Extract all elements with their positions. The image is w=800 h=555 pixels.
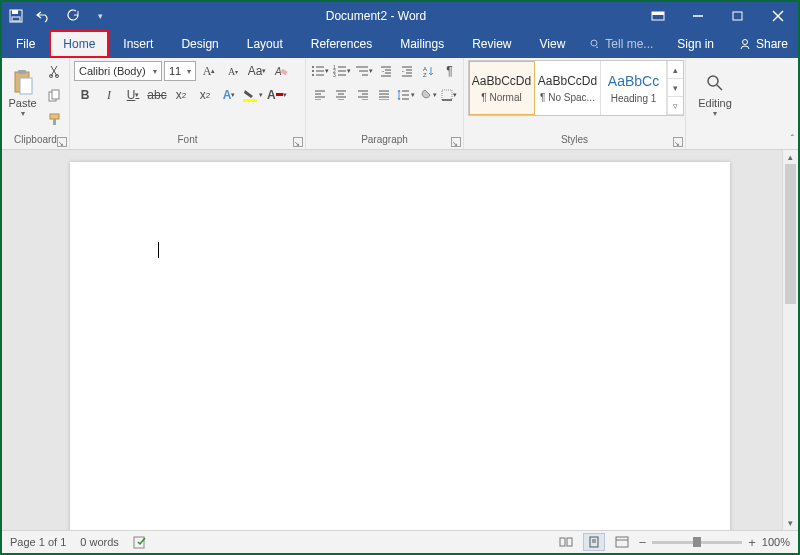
- format-painter-icon[interactable]: [43, 108, 65, 130]
- tab-design[interactable]: Design: [167, 30, 232, 58]
- sort-icon[interactable]: AZ: [419, 60, 438, 82]
- multilevel-list-icon[interactable]: ▾: [354, 60, 374, 82]
- align-left-icon[interactable]: [310, 84, 329, 106]
- zoom-out-icon[interactable]: −: [639, 535, 647, 550]
- align-center-icon[interactable]: [331, 84, 350, 106]
- underline-icon[interactable]: U ▾: [122, 84, 144, 106]
- increase-indent-icon[interactable]: [397, 60, 416, 82]
- svg-rect-12: [18, 70, 26, 74]
- group-clipboard: Paste ▾ Clipboard: [2, 58, 70, 149]
- share-icon: [738, 37, 752, 51]
- tab-insert[interactable]: Insert: [109, 30, 167, 58]
- styles-more-icon[interactable]: ▿: [668, 97, 683, 115]
- clipboard-launcher[interactable]: [57, 137, 67, 147]
- superscript-icon[interactable]: x2: [194, 84, 216, 106]
- style-heading1[interactable]: AaBbCc Heading 1: [601, 61, 667, 115]
- vertical-scrollbar[interactable]: ▴ ▾: [782, 150, 798, 530]
- change-case-icon[interactable]: Aa▾: [246, 60, 268, 82]
- maximize-button[interactable]: [718, 2, 758, 30]
- qat-customize-icon[interactable]: ▾: [86, 2, 114, 30]
- undo-icon[interactable]: [30, 2, 58, 30]
- minimize-button[interactable]: [678, 2, 718, 30]
- font-size-select[interactable]: 11▾: [164, 61, 196, 81]
- tab-view[interactable]: View: [526, 30, 580, 58]
- style-normal[interactable]: AaBbCcDd ¶ Normal: [469, 61, 535, 115]
- align-right-icon[interactable]: [353, 84, 372, 106]
- find-icon: [701, 69, 729, 97]
- shading-icon[interactable]: ▾: [418, 84, 438, 106]
- line-spacing-icon[interactable]: ▾: [396, 84, 416, 106]
- svg-rect-18: [50, 114, 59, 119]
- italic-icon[interactable]: I: [98, 84, 120, 106]
- page-indicator[interactable]: Page 1 of 1: [10, 536, 66, 548]
- style-name-h1: Heading 1: [611, 93, 657, 104]
- svg-point-9: [591, 40, 597, 46]
- paragraph-launcher[interactable]: [451, 137, 461, 147]
- zoom-in-icon[interactable]: +: [748, 535, 756, 550]
- save-icon[interactable]: [2, 2, 30, 30]
- styles-down-icon[interactable]: ▾: [668, 79, 683, 97]
- document-page[interactable]: [70, 162, 730, 530]
- cut-icon[interactable]: [43, 60, 65, 82]
- justify-icon[interactable]: [374, 84, 393, 106]
- zoom-slider[interactable]: [652, 541, 742, 544]
- tell-me-placeholder: Tell me...: [605, 37, 653, 51]
- ribbon-display-icon[interactable]: [638, 2, 678, 30]
- bullets-icon[interactable]: ▾: [310, 60, 330, 82]
- redo-icon[interactable]: [58, 2, 86, 30]
- scroll-thumb[interactable]: [785, 164, 796, 304]
- numbering-icon[interactable]: 123▾: [332, 60, 352, 82]
- clear-formatting-icon[interactable]: A: [270, 60, 292, 82]
- show-marks-icon[interactable]: ¶: [440, 60, 459, 82]
- font-color-icon[interactable]: A▾: [266, 84, 288, 106]
- read-mode-icon[interactable]: [555, 533, 577, 551]
- font-launcher[interactable]: [293, 137, 303, 147]
- highlight-icon[interactable]: ▾: [242, 84, 264, 106]
- tab-mailings[interactable]: Mailings: [386, 30, 458, 58]
- styles-scroll: ▴ ▾ ▿: [667, 61, 683, 115]
- group-styles: AaBbCcDd ¶ Normal AaBbCcDd ¶ No Spac... …: [464, 58, 686, 149]
- styles-launcher[interactable]: [673, 137, 683, 147]
- text-effects-icon[interactable]: A▾: [218, 84, 240, 106]
- tab-file[interactable]: File: [2, 30, 49, 58]
- strikethrough-icon[interactable]: abc: [146, 84, 168, 106]
- paste-button[interactable]: Paste ▾: [6, 60, 39, 126]
- word-count[interactable]: 0 words: [80, 536, 119, 548]
- tab-review[interactable]: Review: [458, 30, 525, 58]
- zoom-slider-knob[interactable]: [693, 537, 701, 547]
- print-layout-icon[interactable]: [583, 533, 605, 551]
- style-no-spacing[interactable]: AaBbCcDd ¶ No Spac...: [535, 61, 601, 115]
- tab-home[interactable]: Home: [49, 30, 109, 58]
- share-button[interactable]: Share: [728, 30, 798, 58]
- group-paragraph-label: Paragraph: [310, 133, 459, 149]
- svg-rect-13: [20, 78, 32, 94]
- document-workspace: ▴ ▾: [2, 150, 798, 530]
- web-layout-icon[interactable]: [611, 533, 633, 551]
- decrease-indent-icon[interactable]: [376, 60, 395, 82]
- scroll-up-icon[interactable]: ▴: [783, 150, 798, 164]
- subscript-icon[interactable]: x2: [170, 84, 192, 106]
- grow-font-icon[interactable]: A▴: [198, 60, 220, 82]
- scroll-down-icon[interactable]: ▾: [783, 516, 798, 530]
- collapse-ribbon-icon[interactable]: ˆ: [791, 134, 794, 145]
- proofing-icon[interactable]: [133, 535, 149, 549]
- font-name-select[interactable]: Calibri (Body)▾: [74, 61, 162, 81]
- borders-icon[interactable]: ▾: [440, 84, 459, 106]
- close-button[interactable]: [758, 2, 798, 30]
- zoom-percent[interactable]: 100%: [762, 536, 790, 548]
- copy-icon[interactable]: [43, 84, 65, 106]
- editing-button[interactable]: Editing ▾: [690, 60, 740, 126]
- sign-in-link[interactable]: Sign in: [663, 30, 728, 58]
- tell-me-search[interactable]: Tell me...: [579, 30, 663, 58]
- styles-up-icon[interactable]: ▴: [668, 61, 683, 79]
- svg-text:A: A: [274, 66, 282, 77]
- editing-label: Editing: [698, 97, 732, 109]
- tab-layout[interactable]: Layout: [233, 30, 297, 58]
- share-label: Share: [756, 37, 788, 51]
- group-styles-label: Styles: [468, 133, 681, 149]
- tab-references[interactable]: References: [297, 30, 386, 58]
- text-cursor: [158, 242, 159, 258]
- bold-icon[interactable]: B: [74, 84, 96, 106]
- title-bar: ▾ Document2 - Word: [2, 2, 798, 30]
- shrink-font-icon[interactable]: A▾: [222, 60, 244, 82]
